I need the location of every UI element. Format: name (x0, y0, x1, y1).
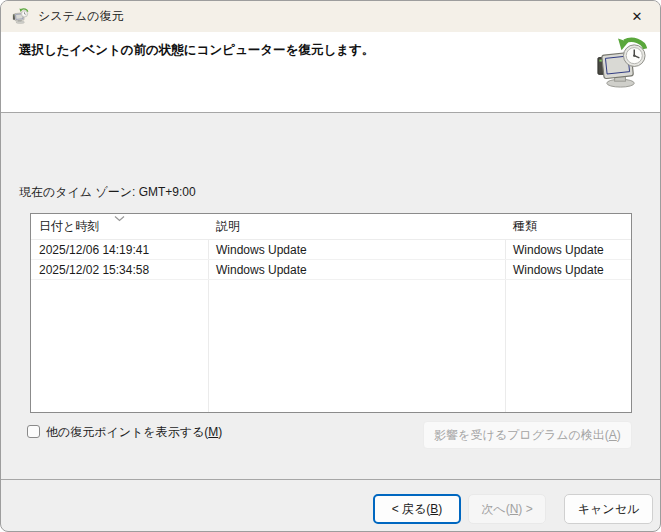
next-button[interactable]: 次へ(N) > (468, 494, 546, 524)
back-button[interactable]: < 戻る(B) (373, 494, 461, 524)
titlebar: システムの復元 (1, 1, 660, 32)
access-key: M (208, 425, 218, 439)
wizard-header: 選択したイベントの前の状態にコンピューターを復元します。 (1, 32, 660, 112)
access-key: B (430, 502, 438, 516)
column-header-label: 種類 (513, 218, 537, 235)
show-more-restore-points-label[interactable]: 他の復元ポイントを表示する(M) (46, 424, 222, 441)
button-label: ) > (518, 502, 532, 516)
cell-datetime: 2025/12/06 14:19:41 (31, 240, 208, 259)
button-label: < 戻る( (392, 501, 431, 518)
table-row[interactable]: 2025/12/02 15:34:58 Windows Update Windo… (31, 260, 631, 280)
column-header-type[interactable]: 種類 (505, 214, 631, 239)
button-label: キャンセル (578, 501, 639, 518)
button-label: 次へ( (481, 501, 509, 518)
sort-descending-icon (31, 213, 208, 223)
close-button[interactable]: ✕ (614, 1, 660, 32)
column-header-date[interactable]: 日付と時刻 (31, 214, 208, 239)
window-title: システムの復元 (38, 8, 123, 25)
cancel-button[interactable]: キャンセル (564, 494, 653, 524)
cell-type: Windows Update (505, 260, 631, 279)
button-label: ) (617, 428, 621, 442)
access-key: N (510, 502, 519, 516)
system-restore-icon (12, 8, 29, 25)
footer-separator (1, 479, 660, 480)
label-text: 他の復元ポイントを表示する( (46, 425, 208, 439)
table-row[interactable]: 2025/12/06 14:19:41 Windows Update Windo… (31, 240, 631, 260)
cell-datetime: 2025/12/02 15:34:58 (31, 260, 208, 279)
button-label: 影響を受けるプログラムの検出( (434, 427, 609, 444)
detect-affected-programs-button[interactable]: 影響を受けるプログラムの検出(A) (423, 421, 632, 449)
label-text: ) (218, 425, 222, 439)
page-description: 選択したイベントの前の状態にコンピューターを復元します。 (19, 42, 374, 59)
cell-type: Windows Update (505, 240, 631, 259)
button-label: ) (438, 502, 442, 516)
close-icon: ✕ (632, 9, 643, 24)
cell-description: Windows Update (208, 260, 505, 279)
system-restore-dialog: システムの復元 ✕ 選択したイベントの前の状態にコンピューターを復元します。 現… (0, 0, 661, 532)
header-separator (1, 112, 660, 113)
column-header-label: 説明 (216, 218, 240, 235)
show-more-restore-points-checkbox[interactable] (27, 425, 40, 438)
system-restore-icon-large (594, 37, 649, 92)
timezone-label: 現在のタイム ゾーン: GMT+9:00 (19, 184, 196, 201)
access-key: A (609, 428, 617, 442)
table-header-row: 日付と時刻 説明 種類 (31, 214, 631, 240)
column-header-description[interactable]: 説明 (208, 214, 505, 239)
cell-description: Windows Update (208, 240, 505, 259)
restore-points-table: 日付と時刻 説明 種類 2025/12/06 14:19:41 Windows … (30, 213, 632, 413)
